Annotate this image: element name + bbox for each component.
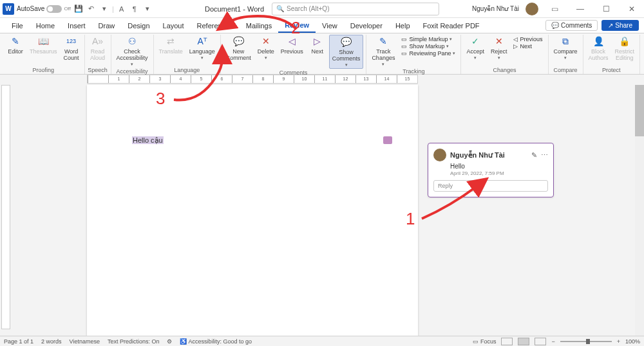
restrict-editing-button[interactable]: 🔒Restrict Editing <box>612 35 638 63</box>
reject-button[interactable]: ✕Reject▾ <box>488 35 510 62</box>
previous-icon: ◁ <box>286 36 298 48</box>
read-mode-button[interactable] <box>501 338 513 345</box>
tab-review[interactable]: Review <box>278 19 316 33</box>
tab-layout[interactable]: Layout <box>156 19 191 32</box>
prev-change-icon: ◁ <box>513 36 518 42</box>
tab-draw[interactable]: Draw <box>92 19 122 32</box>
comment-date: April 29, 2022, 7:59 PM <box>450 170 548 176</box>
comment-text: Hello <box>450 163 548 170</box>
search-icon: 🔍 <box>276 5 284 12</box>
share-button[interactable]: ↗ Share <box>601 20 639 31</box>
print-layout-button[interactable] <box>518 338 529 345</box>
block-authors-button[interactable]: 👤Block Authors <box>586 35 611 63</box>
group-ink: ✎Hide Ink▾ Ink <box>640 35 644 74</box>
minimize-button[interactable]: — <box>571 3 590 15</box>
thesaurus-button[interactable]: 📖Thesaurus <box>27 35 60 57</box>
group-speech: A»Read Aloud Speech <box>85 35 111 74</box>
tab-design[interactable]: Design <box>121 19 156 32</box>
group-changes: ✓Accept▾ ✕Reject▾ ◁Previous ▷Next Change… <box>461 35 548 74</box>
reviewing-pane-dropdown[interactable]: ▭Reviewing Pane▾ <box>401 50 455 57</box>
tab-help[interactable]: Help <box>389 19 417 32</box>
paragraph-icon[interactable]: ¶ <box>129 4 140 14</box>
zoom-in-button[interactable]: + <box>617 338 620 345</box>
tab-file[interactable]: File <box>5 19 30 32</box>
vertical-ruler[interactable] <box>1 85 10 329</box>
language-status[interactable]: Vietnamese <box>70 338 100 345</box>
qat-more-icon[interactable]: ▾ <box>99 4 109 14</box>
editor-button[interactable]: ✎Editor <box>5 35 26 57</box>
undo-icon[interactable]: ↶ <box>86 4 97 14</box>
new-comment-icon: 💬 <box>232 36 244 48</box>
ribbon-display-icon[interactable]: ▭ <box>545 3 564 15</box>
vertical-scrollbar[interactable] <box>635 85 644 336</box>
title-bar: W AutoSave Off 💾 ↶ ▾ | A ¶ ▾ Document1 -… <box>0 0 644 18</box>
comment-avatar <box>433 149 446 161</box>
search-input[interactable]: 🔍 Search (Alt+Q) <box>272 3 439 15</box>
zoom-out-button[interactable]: − <box>551 338 554 345</box>
zoom-slider[interactable] <box>560 341 612 342</box>
tab-insert[interactable]: Insert <box>61 19 92 32</box>
language-button[interactable]: AᵀLanguage▾ <box>187 35 218 62</box>
autosave-toggle[interactable]: AutoSave Off <box>17 5 71 13</box>
tab-home[interactable]: Home <box>30 19 61 32</box>
translate-button[interactable]: ⇄Translate <box>156 35 185 57</box>
document-text[interactable]: Hello cậu <box>132 136 164 144</box>
more-icon[interactable]: ▾ <box>142 4 153 14</box>
delete-comment-icon: ✕ <box>260 36 272 48</box>
page-status[interactable]: Page 1 of 1 <box>4 338 33 345</box>
edit-comment-icon[interactable]: ✎ <box>531 151 537 159</box>
display-settings-icon[interactable]: ⚙ <box>167 338 172 345</box>
comment-indicator-icon[interactable] <box>383 136 392 144</box>
save-icon[interactable]: 💾 <box>73 4 84 14</box>
close-button[interactable]: ✕ <box>622 3 641 15</box>
markup-icon: ▭ <box>401 36 407 42</box>
reply-input[interactable]: Reply <box>433 180 548 192</box>
prev-change-button[interactable]: ◁Previous <box>513 36 542 42</box>
pane-icon: ▭ <box>401 50 407 57</box>
comment-more-icon[interactable]: ⋯ <box>541 151 548 159</box>
track-changes-button[interactable]: ✎Track Changes▾ <box>369 35 397 68</box>
user-name-label: Nguyễn Như Tài <box>472 5 519 12</box>
predictions-status[interactable]: Text Predictions: On <box>108 338 160 345</box>
tab-view[interactable]: View <box>316 19 344 32</box>
tab-mailings[interactable]: Mailings <box>240 19 278 32</box>
tab-references[interactable]: References <box>191 19 240 32</box>
comments-button[interactable]: 💬 Comments <box>545 20 598 31</box>
accept-button[interactable]: ✓Accept▾ <box>464 35 487 62</box>
word-count-status[interactable]: 2 words <box>41 338 62 345</box>
ribbon: ✎Editor 📖Thesaurus 123Word Count Proofin… <box>0 33 644 75</box>
comment-icon: 💬 <box>551 22 559 29</box>
read-aloud-button[interactable]: A»Read Aloud <box>88 35 108 63</box>
compare-button[interactable]: ⧉Compare▾ <box>551 35 580 62</box>
web-layout-button[interactable] <box>535 338 546 345</box>
next-change-button[interactable]: ▷Next <box>513 43 542 50</box>
compare-icon: ⧉ <box>560 36 571 48</box>
editor-icon: ✎ <box>10 36 21 48</box>
show-comments-button[interactable]: 💬Show Comments▾ <box>329 35 364 69</box>
show-markup-dropdown[interactable]: ▭Show Markup▾ <box>401 43 455 50</box>
markup-dropdown[interactable]: ▭Simple Markup▾ <box>401 36 455 42</box>
next-comment-button[interactable]: ▷Next <box>307 35 328 57</box>
group-language: ⇄Translate AᵀLanguage▾ Language <box>154 35 221 74</box>
comment-card[interactable]: Nguyễn Như Tài ✎ ⋯ Hello April 29, 2022,… <box>428 143 554 197</box>
new-comment-button[interactable]: 💬New Comment <box>223 35 254 63</box>
tab-foxit[interactable]: Foxit Reader PDF <box>417 19 486 32</box>
read-aloud-icon: A» <box>92 36 104 48</box>
tab-developer[interactable]: Developer <box>344 19 389 32</box>
focus-mode-button[interactable]: ▭ Focus <box>473 338 496 345</box>
user-avatar[interactable] <box>526 3 538 15</box>
comment-author: Nguyễn Như Tài <box>450 151 505 159</box>
document-area: Hello cậu <box>0 85 644 336</box>
show-markup-icon: ▭ <box>401 43 407 50</box>
maximize-button[interactable]: ☐ <box>596 3 616 15</box>
zoom-level[interactable]: 100% <box>625 338 640 345</box>
word-count-button[interactable]: 123Word Count <box>61 35 82 63</box>
horizontal-ruler[interactable]: 123456789101112131415 <box>87 75 418 84</box>
check-accessibility-button[interactable]: ⚇Check Accessibility▾ <box>114 35 151 68</box>
previous-comment-button[interactable]: ◁Previous <box>278 35 306 57</box>
language-icon: Aᵀ <box>196 36 208 48</box>
font-icon[interactable]: A <box>117 4 127 14</box>
delete-comment-button[interactable]: ✕Delete▾ <box>255 35 277 62</box>
accessibility-status[interactable]: ♿ Accessibility: Good to go <box>180 338 252 345</box>
document-page[interactable]: Hello cậu <box>87 85 418 336</box>
